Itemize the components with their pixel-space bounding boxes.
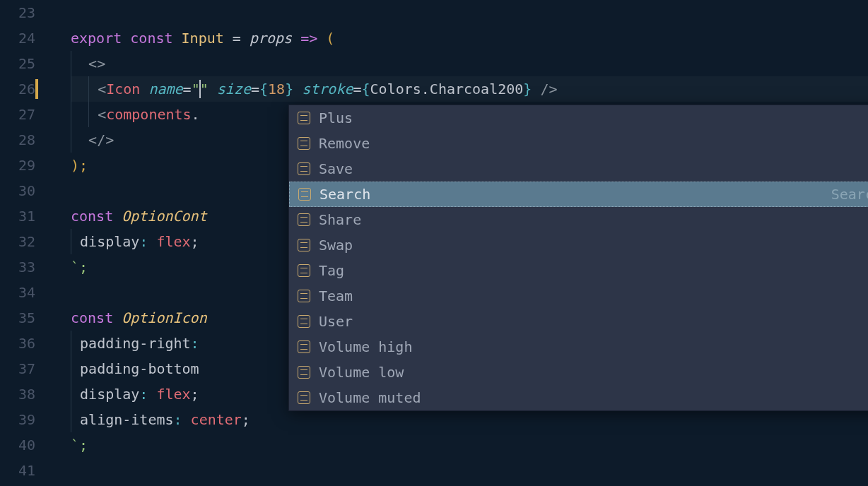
autocomplete-label: Volume high <box>319 334 868 360</box>
autocomplete-item[interactable]: Volume low <box>289 360 868 385</box>
code-line[interactable] <box>71 458 868 483</box>
autocomplete-label: Save <box>319 156 868 182</box>
enum-icon <box>298 239 310 251</box>
enum-icon <box>298 391 310 404</box>
line-number: 30 <box>0 178 35 203</box>
line-number: 32 <box>0 229 35 254</box>
code-line[interactable]: <> <box>71 51 868 76</box>
autocomplete-item[interactable]: Swap <box>289 232 868 258</box>
line-number-gutter: 23 24 25 26 27 28 29 30 31 32 33 34 35 3… <box>0 0 49 486</box>
autocomplete-item[interactable]: User <box>289 309 868 334</box>
line-number: 34 <box>0 280 35 305</box>
line-number: 27 <box>0 102 35 127</box>
autocomplete-item[interactable]: Volume high <box>289 334 868 360</box>
code-line[interactable] <box>71 0 868 25</box>
autocomplete-label: Team <box>319 283 868 309</box>
line-number: 39 <box>0 407 35 432</box>
line-number: 37 <box>0 356 35 381</box>
code-line[interactable]: export const Input = props => ( <box>71 25 868 51</box>
line-number-modified: 26 <box>0 76 35 102</box>
autocomplete-item-selected[interactable]: Search Search <box>289 182 868 207</box>
enum-icon <box>298 162 310 175</box>
line-number: 29 <box>0 153 35 178</box>
autocomplete-item[interactable]: Remove <box>289 131 868 156</box>
text-cursor <box>199 80 201 98</box>
line-number: 35 <box>0 305 35 331</box>
line-number: 25 <box>0 51 35 76</box>
line-number: 36 <box>0 331 35 356</box>
enum-icon <box>298 315 310 328</box>
autocomplete-label: Remove <box>319 131 868 156</box>
autocomplete-label: Swap <box>319 232 868 258</box>
enum-icon <box>298 340 310 353</box>
autocomplete-popup: Plus Remove Save Search Search Share <box>288 105 868 411</box>
enum-icon <box>298 366 310 379</box>
line-number: 33 <box>0 254 35 280</box>
enum-icon <box>298 137 310 150</box>
autocomplete-item[interactable]: Tag <box>289 258 868 283</box>
line-number: 40 <box>0 432 35 458</box>
autocomplete-label: Search <box>319 182 831 207</box>
line-number: 31 <box>0 203 35 229</box>
line-number: 28 <box>0 127 35 153</box>
autocomplete-label: Plus <box>319 105 868 131</box>
autocomplete-label: Volume muted <box>319 385 868 410</box>
code-line-active[interactable]: <Icon name="" size={18} stroke={Colors.C… <box>71 76 868 102</box>
enum-icon <box>298 188 311 201</box>
code-line[interactable]: `; <box>71 432 868 458</box>
line-number: 24 <box>0 25 35 51</box>
autocomplete-item[interactable]: Team <box>289 283 868 309</box>
autocomplete-label: Volume low <box>319 360 868 385</box>
enum-icon <box>298 264 310 277</box>
autocomplete-item[interactable]: Save <box>289 156 868 182</box>
line-number: 38 <box>0 381 35 407</box>
autocomplete-label: User <box>319 309 868 334</box>
autocomplete-item[interactable]: Share <box>289 207 868 232</box>
autocomplete-label: Tag <box>319 258 868 283</box>
autocomplete-label: Share <box>319 207 868 232</box>
code-content[interactable]: export const Input = props => ( <> <Icon… <box>49 0 868 486</box>
code-editor: 23 24 25 26 27 28 29 30 31 32 33 34 35 3… <box>0 0 868 486</box>
enum-icon <box>298 290 310 302</box>
autocomplete-detail: Search <box>831 182 868 207</box>
autocomplete-item[interactable]: Volume muted <box>289 385 868 410</box>
enum-icon <box>298 213 310 226</box>
autocomplete-item[interactable]: Plus <box>289 105 868 131</box>
line-number: 41 <box>0 458 35 483</box>
line-number: 23 <box>0 0 35 25</box>
enum-icon <box>298 112 310 124</box>
